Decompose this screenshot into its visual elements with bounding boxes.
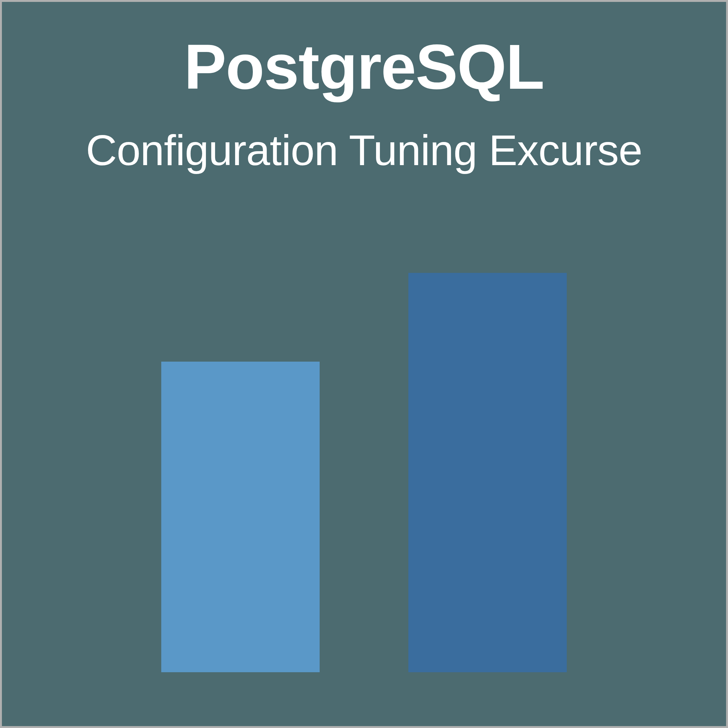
- chart-subtitle: Configuration Tuning Excurse: [2, 126, 726, 175]
- chart-card: PostgreSQL Configuration Tuning Excurse: [0, 0, 728, 728]
- bar-1: [161, 362, 320, 672]
- bar-2: [408, 273, 567, 672]
- chart-area: [2, 228, 726, 672]
- chart-title: PostgreSQL: [2, 31, 726, 103]
